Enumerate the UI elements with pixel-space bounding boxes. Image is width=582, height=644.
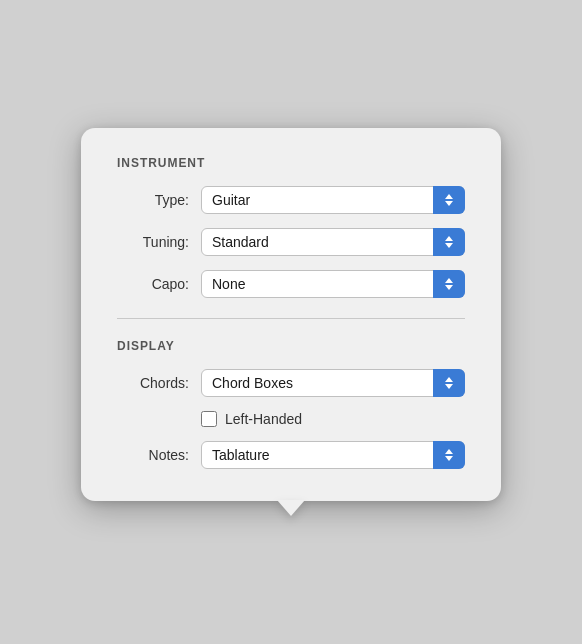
lefthanded-row: Left-Handed: [201, 411, 465, 427]
type-select[interactable]: Guitar Bass Ukulele Banjo: [201, 186, 465, 214]
type-field-row: Type: Guitar Bass Ukulele Banjo: [117, 186, 465, 214]
lefthanded-label[interactable]: Left-Handed: [225, 411, 302, 427]
instrument-section-header: INSTRUMENT: [117, 156, 465, 170]
chords-field-row: Chords: Chord Boxes Chord Names None: [117, 369, 465, 397]
tuning-select[interactable]: Standard Drop D Open G DADGAD: [201, 228, 465, 256]
popover-box: INSTRUMENT Type: Guitar Bass Ukulele Ban…: [81, 128, 501, 501]
chords-select-wrapper: Chord Boxes Chord Names None: [201, 369, 465, 397]
popover-arrow: [277, 500, 305, 516]
display-section-header: DISPLAY: [117, 339, 465, 353]
capo-select-wrapper: None 1 2 3: [201, 270, 465, 298]
notes-select-wrapper: Tablature Standard Notation None: [201, 441, 465, 469]
type-select-wrapper: Guitar Bass Ukulele Banjo: [201, 186, 465, 214]
notes-label: Notes:: [117, 447, 189, 463]
lefthanded-checkbox[interactable]: [201, 411, 217, 427]
popover-container: INSTRUMENT Type: Guitar Bass Ukulele Ban…: [81, 128, 501, 516]
capo-field-row: Capo: None 1 2 3: [117, 270, 465, 298]
tuning-field-row: Tuning: Standard Drop D Open G DADGAD: [117, 228, 465, 256]
chords-label: Chords:: [117, 375, 189, 391]
notes-select[interactable]: Tablature Standard Notation None: [201, 441, 465, 469]
tuning-select-wrapper: Standard Drop D Open G DADGAD: [201, 228, 465, 256]
capo-label: Capo:: [117, 276, 189, 292]
capo-select[interactable]: None 1 2 3: [201, 270, 465, 298]
tuning-label: Tuning:: [117, 234, 189, 250]
notes-field-row: Notes: Tablature Standard Notation None: [117, 441, 465, 469]
section-divider: [117, 318, 465, 319]
chords-select[interactable]: Chord Boxes Chord Names None: [201, 369, 465, 397]
type-label: Type:: [117, 192, 189, 208]
